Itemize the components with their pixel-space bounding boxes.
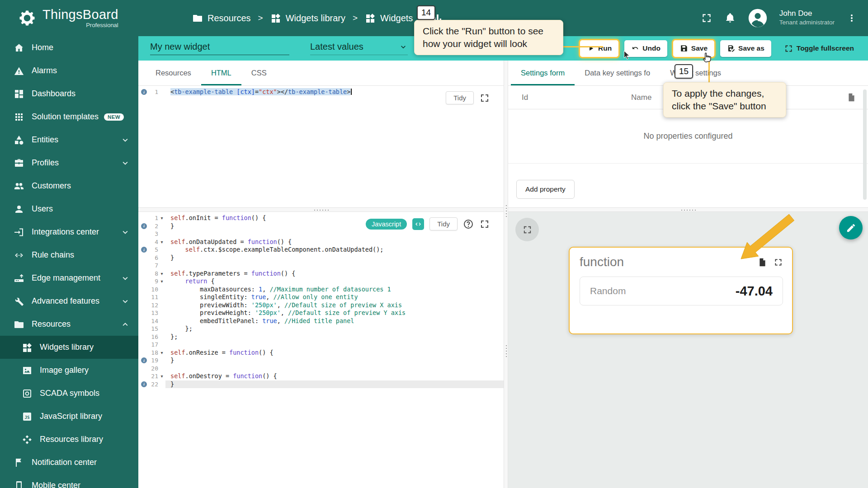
sidebar-item-entities[interactable]: Entities	[0, 128, 138, 151]
kebab-menu-icon[interactable]	[846, 13, 857, 23]
code-line[interactable]: self.onDataUpdated = function() {	[165, 238, 504, 246]
preview-fullscreen-icon[interactable]	[515, 218, 539, 241]
html-editor[interactable]: i1 <tb-example-table [ctx]="ctx"></tb-ex…	[138, 86, 504, 207]
edit-widget-fab[interactable]	[839, 216, 863, 239]
settings-scrollbar[interactable]	[863, 89, 867, 200]
sidebar-item-advanced-features[interactable]: Advanced features	[0, 290, 138, 313]
logo-subtitle: Professional	[86, 22, 118, 28]
chevron-up-icon	[120, 319, 130, 329]
tab-css[interactable]: CSS	[241, 61, 277, 85]
info-annotation-icon: i	[141, 89, 147, 95]
code-line[interactable]: };	[165, 333, 504, 341]
fullscreen-icon[interactable]	[701, 12, 712, 24]
sidebar-item-profiles[interactable]: Profiles	[0, 151, 138, 174]
js-editor[interactable]: 1▾i234▾i5678▾9▾101112131415161718▾i19202…	[138, 212, 504, 488]
sidebar-item-users[interactable]: Users	[0, 197, 138, 221]
line-number: 17	[147, 341, 158, 348]
code-line[interactable]: return {	[165, 277, 504, 286]
code-line[interactable]: }	[165, 357, 504, 365]
sidebar-item-widgets-library[interactable]: Widgets library	[0, 336, 138, 359]
fold-arrow-icon[interactable]: ▾	[159, 374, 165, 379]
fold-arrow-icon[interactable]: ▾	[159, 271, 165, 276]
sidebar-item-rule-chains[interactable]: Rule chains	[0, 244, 138, 267]
code-line[interactable]: };	[165, 325, 504, 333]
sidebar-item-scada-symbols[interactable]: SCADA symbols	[0, 382, 138, 405]
sidebar-item-dashboards[interactable]: Dashboards	[0, 82, 138, 105]
code-line[interactable]	[165, 365, 504, 373]
splitter-grip[interactable]	[505, 344, 507, 358]
run-button[interactable]: Run	[580, 40, 618, 57]
widget-name-input[interactable]: My new widget	[150, 42, 289, 55]
breadcrumb-item[interactable]: Widgets library	[270, 13, 345, 23]
sidebar-item-edge-management[interactable]: Edge management	[0, 267, 138, 290]
html-editor-fullscreen-icon[interactable]	[479, 93, 490, 103]
javascript-language-chip: Javascript	[366, 219, 407, 230]
code-line[interactable]: self.onDestroy = function() {	[165, 372, 504, 380]
sidebar-item-mobile-center[interactable]: Mobile center	[0, 474, 138, 488]
tab-data-key-settings[interactable]: Data key settings fo	[575, 61, 660, 85]
code-line[interactable]: self.onResize = function() {	[165, 349, 504, 357]
customers-icon	[14, 181, 24, 192]
tab-html[interactable]: HTML	[201, 61, 241, 85]
tab-settings-form[interactable]: Settings form	[511, 61, 575, 85]
tab-widget-settings[interactable]: Widget settings	[660, 61, 731, 85]
splitter-grip[interactable]	[505, 204, 507, 218]
sidebar-item-label: Customers	[32, 181, 71, 191]
logo[interactable]: ThingsBoard Professional	[17, 0, 118, 36]
code-line[interactable]: previewHeight: '250px', //Default size o…	[165, 309, 504, 317]
sidebar-item-solution-templates[interactable]: Solution templatesNEW	[0, 105, 138, 128]
code-line[interactable]: maxDatasources: 1, //Maximum number of d…	[165, 286, 504, 294]
sidebar-item-label: Rule chains	[32, 250, 74, 260]
code-line[interactable]: }	[165, 380, 504, 389]
splitter-grip[interactable]	[680, 209, 696, 211]
code-line[interactable]: embedTitlePanel: true, //Hided title pan…	[165, 317, 504, 325]
fold-arrow-icon[interactable]: ▾	[159, 350, 165, 355]
splitter-grip[interactable]	[313, 209, 329, 211]
code-line[interactable]	[165, 262, 504, 270]
sidebar-item-resources[interactable]: Resources	[0, 313, 138, 336]
horizontal-splitter-right[interactable]	[508, 207, 868, 212]
js-tidy-button[interactable]: Tidy	[429, 217, 458, 230]
sidebar-item-integrations-center[interactable]: Integrations center	[0, 221, 138, 244]
js-editor-code[interactable]: self.onInit = function() {}self.onDataUp…	[165, 214, 504, 388]
code-line[interactable]	[165, 341, 504, 349]
import-property-file-icon[interactable]	[847, 93, 856, 102]
code-line[interactable]: singleEntity: true, //Allow only one ent…	[165, 293, 504, 301]
horizontal-splitter-left[interactable]	[138, 207, 504, 212]
fold-arrow-icon[interactable]: ▾	[159, 239, 165, 244]
widget-type-select[interactable]: Latest values	[310, 42, 408, 55]
vertical-splitter[interactable]	[504, 61, 508, 488]
sidebar-item-resources-library[interactable]: Resources library	[0, 428, 138, 451]
tidy-button[interactable]: Tidy	[446, 91, 474, 104]
breadcrumb-item[interactable]: Widgets	[365, 13, 413, 23]
image-icon	[22, 365, 33, 376]
user-name: John Doe	[779, 9, 835, 18]
widget-title: function	[580, 255, 624, 269]
add-property-button[interactable]: Add property	[516, 180, 575, 199]
sidebar-item-label: Home	[32, 43, 53, 52]
toggle-fullscreen-button[interactable]: Toggle fullscreen	[777, 40, 861, 57]
fold-arrow-icon[interactable]: ▾	[159, 279, 165, 284]
code-line[interactable]: self.ctx.$scope.exampleTableComponent.on…	[165, 246, 504, 254]
code-line[interactable]: }	[165, 254, 504, 262]
sidebar-item-customers[interactable]: Customers	[0, 174, 138, 197]
js-editor-fullscreen-icon[interactable]	[479, 219, 490, 230]
tab-resources[interactable]: Resources	[146, 61, 201, 85]
code-line[interactable]: previewWidth: '250px', //Default size of…	[165, 301, 504, 310]
code-editor-icon[interactable]	[412, 218, 424, 230]
sidebar-item-javascript-library[interactable]: JSJavaScript library	[0, 405, 138, 428]
notifications-bell-icon[interactable]	[724, 12, 736, 24]
avatar[interactable]	[748, 8, 768, 28]
alarm-icon	[14, 66, 24, 76]
html-editor-tools: Tidy	[446, 91, 490, 104]
sidebar-item-home[interactable]: Home	[0, 36, 138, 59]
fold-arrow-icon[interactable]: ▾	[159, 216, 165, 221]
sidebar-item-alarms[interactable]: Alarms	[0, 59, 138, 82]
breadcrumb-item[interactable]: Resources	[192, 13, 251, 23]
code-line[interactable]	[165, 230, 504, 238]
save-as-button[interactable]: Save as	[720, 40, 771, 57]
help-icon[interactable]	[463, 219, 474, 230]
code-line[interactable]: self.typeParameters = function() {	[165, 270, 504, 278]
sidebar-item-notification-center[interactable]: Notification center	[0, 451, 138, 474]
sidebar-item-image-gallery[interactable]: Image gallery	[0, 359, 138, 382]
